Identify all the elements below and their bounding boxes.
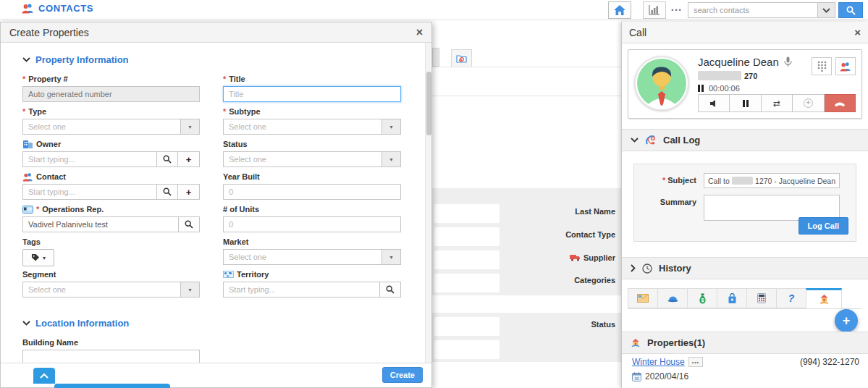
units-input[interactable] xyxy=(223,216,401,232)
section-title: Properties(1) xyxy=(647,337,705,348)
location-information-section-header[interactable]: Location Information xyxy=(22,318,425,329)
year-built-input[interactable] xyxy=(223,184,401,200)
attachments-tab[interactable] xyxy=(451,49,472,67)
search-icon xyxy=(163,187,172,196)
contact-input[interactable] xyxy=(22,184,156,200)
log-call-button[interactable]: Log Call xyxy=(799,217,848,235)
owner-search-button[interactable] xyxy=(156,151,178,167)
field-label: Operations Rep. xyxy=(42,205,104,214)
divider xyxy=(432,67,621,67)
tab-projects[interactable] xyxy=(657,288,687,308)
tab-properties[interactable] xyxy=(806,288,842,308)
close-icon[interactable]: × xyxy=(416,27,423,38)
money-bag-icon: $ xyxy=(698,293,707,304)
phone-number-suffix: 270 xyxy=(744,72,757,80)
microphone-icon[interactable] xyxy=(784,56,792,67)
field-property-number: *Property # xyxy=(22,74,200,106)
territory-search-button[interactable] xyxy=(379,282,401,298)
more-options-icon[interactable]: ••• xyxy=(666,7,688,14)
chevron-down-icon xyxy=(631,138,639,143)
territory-input[interactable] xyxy=(223,282,379,298)
market-select[interactable]: Select one ▾ xyxy=(223,249,401,265)
mail-icon xyxy=(637,294,649,303)
field-segment: Segment Select one ▾ xyxy=(22,269,200,302)
select-value: Select one xyxy=(224,119,382,134)
top-bar-actions: ••• xyxy=(608,1,863,19)
property-link[interactable]: Winter House xyxy=(632,357,685,367)
select-caret-icon: ▾ xyxy=(382,250,400,264)
field-label: Year Built xyxy=(223,172,260,181)
field-label: Territory xyxy=(237,270,269,279)
modal-body: Property Information *Property # *Type S… xyxy=(1,43,425,363)
select-value: Select one xyxy=(23,282,180,297)
speaker-button[interactable] xyxy=(698,94,730,112)
scrollbar-thumb[interactable] xyxy=(426,72,431,135)
required-mark: * xyxy=(223,107,226,116)
docked-panel-bar[interactable] xyxy=(54,384,170,388)
operations-rep-input[interactable] xyxy=(22,216,178,232)
tag-icon xyxy=(31,253,40,262)
background-contact-page: Last Name Contact Type Supplier Categori… xyxy=(432,20,621,388)
field-label: Owner xyxy=(36,140,61,148)
owner-input[interactable] xyxy=(22,151,156,167)
dock-expand-button[interactable] xyxy=(33,368,55,384)
tab-quotes[interactable] xyxy=(746,288,776,308)
tab-mail[interactable] xyxy=(628,288,657,308)
field-contact: Contact + xyxy=(22,172,200,204)
tab-deals[interactable]: $ xyxy=(687,288,717,308)
title-input[interactable] xyxy=(223,86,401,102)
end-call-button[interactable] xyxy=(825,94,856,112)
field-label: Tags xyxy=(22,237,41,246)
field-label: Status xyxy=(223,140,248,148)
plus-icon: + xyxy=(843,313,851,329)
contact-add-button[interactable]: + xyxy=(178,184,200,200)
tags-dropdown-button[interactable]: ▾ xyxy=(22,249,54,266)
categories-label: Categories xyxy=(574,276,615,284)
section-title: Property Information xyxy=(35,54,129,65)
keypad-button[interactable] xyxy=(812,57,832,75)
subject-input[interactable]: Call to 1270 - Jacqueline Dean xyxy=(704,173,840,188)
property-more-button[interactable]: ••• xyxy=(688,357,703,367)
subtype-select[interactable]: Select one ▾ xyxy=(223,119,401,135)
modal-scrollbar[interactable] xyxy=(425,43,431,363)
field-operations-rep: * Operations Rep. xyxy=(22,204,200,237)
field-territory: Territory xyxy=(223,269,401,302)
search-input[interactable] xyxy=(688,2,818,18)
call-log-section-header[interactable]: Call Log xyxy=(622,129,868,151)
owner-add-button[interactable]: + xyxy=(178,151,200,167)
contact-search-button[interactable] xyxy=(156,184,178,200)
building-name-input[interactable] xyxy=(22,350,200,363)
field-label: Type xyxy=(28,107,46,116)
plus-circle-icon: + xyxy=(804,98,813,108)
hold-button[interactable] xyxy=(730,94,761,112)
operations-rep-search-button[interactable] xyxy=(178,216,200,232)
segment-select[interactable]: Select one ▾ xyxy=(22,282,200,298)
status-select[interactable]: Select one ▾ xyxy=(223,151,401,167)
folder-attachment-icon xyxy=(456,54,467,64)
tab-orders[interactable] xyxy=(717,288,746,308)
tab-support[interactable]: ? xyxy=(776,288,806,308)
create-button[interactable]: Create xyxy=(382,367,423,383)
type-select[interactable]: Select one ▾ xyxy=(22,119,200,135)
id-card-icon xyxy=(22,206,33,214)
field-label: # of Units xyxy=(223,205,259,214)
charts-button[interactable] xyxy=(643,1,666,19)
home-button[interactable] xyxy=(608,1,631,19)
keypad-icon xyxy=(817,61,827,72)
select-caret-icon: ▾ xyxy=(382,119,400,134)
transfer-to-contact-button[interactable] xyxy=(835,57,856,75)
search-icon xyxy=(386,285,395,294)
chevron-down-icon xyxy=(22,321,30,326)
search-button[interactable] xyxy=(838,2,863,18)
add-call-button[interactable]: + xyxy=(793,94,824,112)
timer-value: 00:00:06 xyxy=(709,84,740,93)
transfer-call-button[interactable]: ⇄ xyxy=(762,94,793,112)
add-property-fab[interactable]: + xyxy=(835,309,858,332)
history-section-header[interactable]: History xyxy=(622,257,868,279)
search-icon xyxy=(846,6,856,15)
search-scope-dropdown[interactable] xyxy=(818,2,835,18)
section-title: Call Log xyxy=(663,135,700,146)
close-icon[interactable]: × xyxy=(854,27,861,38)
transfer-icon: ⇄ xyxy=(773,98,780,109)
property-information-section-header[interactable]: Property Information xyxy=(22,54,425,65)
